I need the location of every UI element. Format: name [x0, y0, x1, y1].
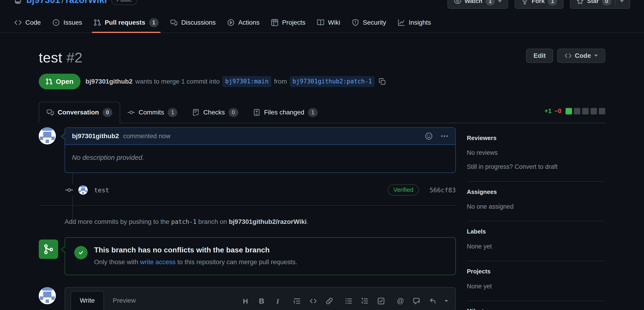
nav-tab-projects[interactable]: Projects — [267, 13, 310, 32]
star-button[interactable]: Star 0 — [570, 0, 630, 9]
write-access-link[interactable]: write access — [140, 258, 176, 266]
kebab-menu-icon[interactable] — [440, 132, 448, 140]
nav-label: Issues — [64, 18, 82, 27]
nav-tab-pull-requests[interactable]: Pull requests 1 — [90, 13, 163, 32]
diff-block-neutral — [590, 108, 597, 115]
chevron-down-icon — [498, 0, 502, 2]
comment-author[interactable]: bj97301github2 — [72, 133, 119, 140]
list-ordered-icon[interactable] — [361, 297, 369, 305]
head-branch-label[interactable]: bj97301github2:patch-1 — [290, 76, 374, 87]
tasklist-icon[interactable] — [377, 297, 385, 305]
active-tab-indicator — [92, 32, 160, 33]
nav-label: Code — [25, 18, 41, 27]
pr-author[interactable]: bj97301github2 — [86, 77, 133, 86]
draft-prefix: Still in progress? — [467, 163, 513, 170]
code-dropdown-button[interactable]: Code — [557, 49, 605, 63]
labels-title[interactable]: Labels — [467, 227, 605, 236]
tab-counter: 1 — [168, 108, 178, 117]
quote-icon[interactable] — [293, 297, 301, 305]
repo-owner[interactable]: bj97301 — [26, 0, 60, 5]
edit-label: Edit — [534, 52, 546, 59]
merge-box-caret — [62, 246, 66, 252]
deletions-count: −0 — [554, 107, 562, 116]
tab-conversation[interactable]: Conversation 0 — [39, 102, 120, 123]
reviewers-title[interactable]: Reviewers — [467, 134, 605, 143]
preview-tab[interactable]: Preview — [104, 291, 144, 310]
list-unordered-icon[interactable] — [344, 297, 353, 305]
comment-discussion-icon — [170, 19, 178, 26]
heading-icon[interactable]: H — [241, 297, 250, 305]
code-icon[interactable] — [309, 297, 318, 305]
watch-button[interactable]: Watch 1 — [448, 0, 508, 9]
nav-tab-actions[interactable]: Actions — [223, 13, 264, 32]
code-label: Code — [575, 52, 591, 59]
sidebar-section-milestone: Milestone No milestone — [467, 301, 605, 310]
nav-tab-wiki[interactable]: Wiki — [313, 13, 344, 32]
branch-name: patch-1 — [171, 218, 196, 225]
diff-block-neutral — [574, 108, 580, 115]
table-icon — [271, 19, 278, 26]
avatar[interactable] — [39, 287, 56, 304]
commit-area: test Verified 566cf83 — [39, 184, 456, 206]
fork-button[interactable]: Fork 1 — [514, 0, 564, 9]
git-merge-icon — [39, 240, 58, 259]
nav-tab-insights[interactable]: Insights — [394, 13, 435, 32]
editor-tabs: Write Preview — [70, 291, 144, 310]
tab-files-changed[interactable]: Files changed 1 — [246, 102, 325, 123]
push-hint: Add more commits by pushing to the patch… — [39, 217, 456, 227]
comment-body: No description provided. — [65, 145, 455, 172]
milestone-title[interactable]: Milestone — [467, 307, 605, 310]
verified-badge[interactable]: Verified — [388, 184, 419, 195]
sidebar-section-projects: Projects None yet — [467, 261, 605, 301]
comment-editor-section: Write Preview H B I — [39, 287, 456, 310]
button-divider — [616, 0, 616, 6]
avatar[interactable] — [39, 127, 56, 145]
convert-to-draft-row: Still in progress? Convert to draft — [467, 162, 605, 171]
assignees-title[interactable]: Assignees — [467, 188, 605, 196]
merge-status-box: This branch has no conflicts with the ba… — [64, 237, 456, 275]
open-state-badge: Open — [39, 74, 80, 89]
copy-icon[interactable] — [379, 78, 386, 85]
nav-label: Wiki — [328, 18, 340, 27]
nav-label: Discussions — [181, 18, 216, 27]
italic-icon[interactable]: I — [274, 297, 282, 305]
section-divider — [39, 205, 456, 206]
projects-title[interactable]: Projects — [467, 267, 605, 276]
repo-breadcrumb: bj97301/razorWiki Public — [14, 0, 137, 6]
commit-message[interactable]: test — [94, 186, 109, 195]
emoji-reaction-icon[interactable] — [425, 132, 433, 140]
graph-icon — [398, 19, 405, 26]
tab-commits[interactable]: Commits 1 — [120, 102, 185, 123]
nav-label: Projects — [282, 18, 306, 27]
base-branch-label[interactable]: bj97301:main — [222, 76, 271, 87]
chevron-down-icon — [594, 55, 598, 57]
commit-sha[interactable]: 566cf83 — [430, 186, 456, 195]
chevron-down-icon[interactable] — [445, 300, 448, 302]
bold-icon[interactable]: B — [258, 297, 266, 305]
nav-tab-issues[interactable]: Issues — [48, 13, 86, 32]
repo-title[interactable]: bj97301/razorWiki — [26, 0, 107, 6]
identicon — [78, 185, 88, 195]
repo-full-name: bj97301github2/razorWiki — [229, 218, 306, 225]
pr-number: #2 — [66, 49, 82, 65]
repo-name[interactable]: razorWiki — [66, 0, 107, 5]
reply-icon[interactable] — [428, 297, 437, 305]
diff-stats[interactable]: +1 −0 — [544, 107, 605, 116]
convert-to-draft-link[interactable]: Convert to draft — [514, 163, 558, 170]
mention-icon[interactable]: @ — [396, 297, 404, 305]
nav-tab-security[interactable]: Security — [348, 13, 390, 32]
edit-button[interactable]: Edit — [526, 49, 553, 63]
sidebar-section-reviewers: Reviewers No reviews Still in progress? … — [467, 128, 605, 182]
state-label: Open — [56, 76, 74, 87]
cross-reference-icon[interactable] — [412, 297, 421, 305]
nav-tab-discussions[interactable]: Discussions — [166, 13, 220, 32]
tab-label: Commits — [139, 108, 164, 117]
tab-label: Checks — [203, 108, 225, 117]
nav-tab-code[interactable]: Code — [10, 13, 45, 32]
pr-merge-summary: bj97301github2 wants to merge 1 commit i… — [86, 76, 386, 87]
avatar[interactable] — [78, 185, 88, 195]
link-icon[interactable] — [325, 297, 334, 305]
tab-checks[interactable]: Checks 0 — [185, 102, 246, 123]
write-tab[interactable]: Write — [70, 291, 104, 310]
diff-block-neutral — [599, 108, 605, 115]
